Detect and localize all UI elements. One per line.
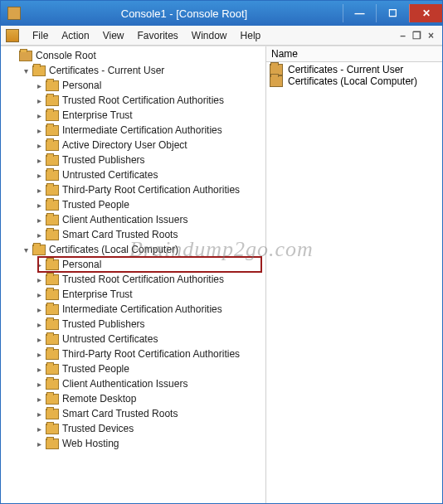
tree-node[interactable]: ▸Trusted People bbox=[1, 361, 265, 376]
window-controls: — ☐ ✕ bbox=[343, 4, 442, 22]
tree-node[interactable]: ▸Personal bbox=[1, 257, 265, 272]
menubar: File Action View Favorites Window Help –… bbox=[1, 26, 442, 46]
mmc-window: Console1 - [Console Root] — ☐ ✕ File Act… bbox=[0, 0, 443, 504]
folder-icon bbox=[46, 379, 59, 390]
tree-node[interactable]: ▸Trusted Devices bbox=[1, 421, 265, 436]
tree-node-label: Trusted Publishers bbox=[62, 154, 145, 166]
expander-icon[interactable]: ▸ bbox=[34, 215, 44, 225]
expander-icon[interactable]: ▸ bbox=[34, 110, 44, 120]
expander-icon[interactable]: ▸ bbox=[34, 379, 44, 389]
folder-icon bbox=[46, 274, 59, 285]
folder-icon bbox=[46, 334, 59, 345]
expander-icon[interactable]: ▸ bbox=[34, 200, 44, 210]
tree-node[interactable]: ▸Untrusted Certificates bbox=[1, 332, 265, 346]
tree-node[interactable]: ▸Trusted Publishers bbox=[1, 317, 265, 332]
tree-node[interactable]: ▸Intermediate Certification Authorities bbox=[1, 123, 265, 138]
tree-node[interactable]: ▸Client Authentication Issuers bbox=[1, 212, 265, 227]
expander-icon[interactable]: ▾ bbox=[21, 65, 31, 75]
tree-node[interactable]: ▸Active Directory User Object bbox=[1, 138, 265, 153]
list-item[interactable]: Certificates (Local Computer) bbox=[270, 75, 439, 87]
expander-icon[interactable]: ▸ bbox=[34, 170, 44, 180]
tree-node[interactable]: ▸Enterprise Trust bbox=[1, 287, 265, 302]
tree-node[interactable]: Console Root bbox=[1, 48, 265, 63]
tree-node[interactable]: ▸Third-Party Root Certification Authorit… bbox=[1, 182, 265, 197]
menu-view[interactable]: View bbox=[96, 30, 131, 41]
list-item-label: Certificates (Local Computer) bbox=[288, 75, 417, 87]
tree-node-label: Trusted Publishers bbox=[62, 318, 145, 330]
folder-icon bbox=[46, 394, 59, 405]
tree-node-label: Personal bbox=[62, 80, 101, 91]
expander-icon[interactable]: ▸ bbox=[34, 424, 44, 434]
folder-icon bbox=[46, 140, 59, 151]
menu-file[interactable]: File bbox=[26, 30, 55, 41]
tree-node[interactable]: ▾Certificates - Current User bbox=[1, 63, 265, 78]
tree-node[interactable]: ▸Untrusted Certificates bbox=[1, 167, 265, 182]
certificates-icon bbox=[32, 245, 46, 255]
expander-icon[interactable]: ▸ bbox=[34, 259, 44, 269]
close-button[interactable]: ✕ bbox=[409, 4, 442, 22]
tree-node[interactable]: ▸Client Authentication Issuers bbox=[1, 376, 265, 391]
tree-node[interactable]: ▸Intermediate Certification Authorities bbox=[1, 302, 265, 317]
tree-node[interactable]: ▸Enterprise Trust bbox=[1, 108, 265, 123]
tree-node-label: Intermediate Certification Authorities bbox=[62, 124, 222, 136]
expander-icon[interactable]: ▸ bbox=[34, 304, 44, 314]
tree-node[interactable]: ▸Trusted Root Certification Authorities bbox=[1, 272, 265, 287]
titlebar: Console1 - [Console Root] — ☐ ✕ bbox=[1, 1, 442, 26]
window-title: Console1 - [Console Root] bbox=[26, 7, 343, 20]
tree-node[interactable]: ▸Trusted People bbox=[1, 197, 265, 212]
expander-icon[interactable]: ▸ bbox=[34, 230, 44, 240]
tree-node-label: Untrusted Certificates bbox=[62, 333, 158, 345]
details-pane: Name Certificates - Current User Certifi… bbox=[266, 46, 442, 503]
maximize-button[interactable]: ☐ bbox=[376, 4, 409, 22]
mdi-controls: – ❐ × bbox=[400, 30, 437, 41]
expander-icon[interactable]: ▸ bbox=[34, 140, 44, 150]
expander-icon[interactable]: ▸ bbox=[34, 289, 44, 299]
expander-icon[interactable]: ▸ bbox=[34, 155, 44, 165]
expander-icon[interactable]: ▸ bbox=[34, 349, 44, 359]
expander-icon[interactable]: ▸ bbox=[34, 125, 44, 135]
menu-window[interactable]: Window bbox=[185, 30, 234, 41]
folder-icon bbox=[46, 349, 59, 360]
mdi-close-icon[interactable]: × bbox=[428, 30, 434, 41]
tree-node[interactable]: ▸Smart Card Trusted Roots bbox=[1, 406, 265, 421]
expander-icon[interactable]: ▸ bbox=[34, 364, 44, 374]
folder-icon bbox=[46, 200, 59, 211]
tree-node[interactable]: ▸Personal bbox=[1, 78, 265, 93]
expander-icon[interactable]: ▾ bbox=[21, 245, 31, 254]
tree: Console Root▾Certificates - Current User… bbox=[1, 48, 265, 451]
menu-action[interactable]: Action bbox=[55, 30, 95, 41]
app-icon bbox=[7, 7, 21, 20]
expander-icon[interactable]: ▸ bbox=[34, 95, 44, 105]
list-item[interactable]: Certificates - Current User bbox=[270, 64, 439, 75]
column-header-name[interactable]: Name bbox=[266, 46, 442, 62]
menu-favorites[interactable]: Favorites bbox=[131, 30, 185, 41]
tree-node[interactable]: ▸Web Hosting bbox=[1, 436, 265, 451]
expander-icon[interactable]: ▸ bbox=[34, 80, 44, 90]
tree-node-label: Smart Card Trusted Roots bbox=[62, 229, 178, 240]
expander-icon[interactable]: ▸ bbox=[34, 185, 44, 195]
tree-node[interactable]: ▾Certificates (Local Computer) bbox=[1, 242, 265, 257]
tree-node[interactable]: ▸Trusted Publishers bbox=[1, 153, 265, 167]
expander-icon[interactable]: ▸ bbox=[34, 334, 44, 344]
folder-icon bbox=[46, 259, 59, 270]
expander-icon[interactable]: ▸ bbox=[34, 319, 44, 329]
tree-node[interactable]: ▸Third-Party Root Certification Authorit… bbox=[1, 346, 265, 361]
folder-icon bbox=[46, 95, 59, 106]
minimize-button[interactable]: — bbox=[343, 4, 376, 22]
console-icon bbox=[6, 29, 19, 42]
mdi-restore-icon[interactable]: ❐ bbox=[412, 30, 421, 41]
expander-icon[interactable]: ▸ bbox=[34, 274, 44, 284]
expander-icon[interactable]: ▸ bbox=[34, 409, 44, 419]
mdi-minimize-icon[interactable]: – bbox=[400, 30, 406, 41]
expander-icon[interactable]: ▸ bbox=[34, 439, 44, 448]
tree-node[interactable]: ▸Remote Desktop bbox=[1, 391, 265, 406]
console-root-icon bbox=[19, 51, 32, 61]
menu-help[interactable]: Help bbox=[234, 30, 268, 41]
details-list: Certificates - Current User Certificates… bbox=[266, 62, 442, 89]
expander-icon[interactable]: ▸ bbox=[34, 394, 44, 404]
tree-node[interactable]: ▸Smart Card Trusted Roots bbox=[1, 227, 265, 242]
list-item-label: Certificates - Current User bbox=[288, 64, 403, 75]
tree-pane[interactable]: Console Root▾Certificates - Current User… bbox=[1, 46, 266, 503]
tree-node-label: Remote Desktop bbox=[62, 393, 136, 405]
tree-node[interactable]: ▸Trusted Root Certification Authorities bbox=[1, 93, 265, 108]
